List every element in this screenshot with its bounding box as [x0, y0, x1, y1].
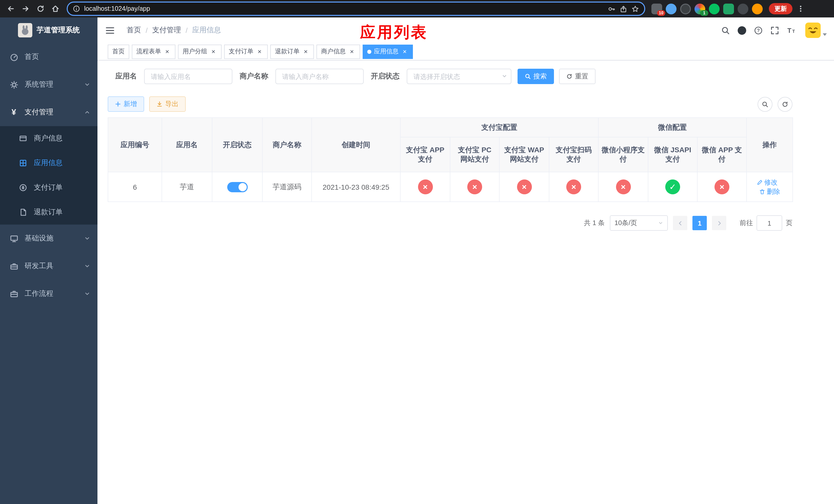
sidebar-item-refund-order[interactable]: 退款订单 — [0, 200, 97, 225]
page-size-select[interactable]: 10条/页 — [610, 215, 668, 231]
svg-text:T: T — [787, 27, 791, 34]
cell-merchant: 芋道源码 — [262, 172, 312, 202]
breadcrumb-current: 应用信息 — [192, 26, 221, 35]
prev-page-button[interactable] — [673, 216, 687, 230]
grid-icon — [19, 159, 28, 167]
extension-icon-avatar[interactable]: 1 — [695, 3, 705, 14]
hamburger-icon[interactable] — [97, 25, 123, 35]
sidebar-item-app-info[interactable]: 应用信息 — [0, 151, 97, 175]
close-icon[interactable]: × — [210, 48, 217, 55]
status-select-input[interactable] — [407, 69, 511, 84]
sidebar-item-system[interactable]: 系统管理 — [0, 71, 97, 98]
github-icon[interactable] — [737, 25, 747, 36]
tab-label: 商户信息 — [321, 47, 346, 56]
browser-forward-button[interactable] — [19, 2, 32, 16]
cell-created: 2021-10-23 08:49:25 — [312, 172, 400, 202]
sidebar-item-dev-tools[interactable]: 研发工具 — [0, 252, 97, 280]
app-table: 应用编号 应用名 开启状态 商户名称 创建时间 支付宝配置 微信配置 操作 支付… — [108, 117, 793, 202]
group-header-alipay: 支付宝配置 — [400, 118, 598, 137]
search-icon[interactable] — [720, 25, 730, 36]
breadcrumb-pay[interactable]: 支付管理 — [152, 26, 181, 35]
next-page-button[interactable] — [712, 216, 726, 230]
close-icon[interactable]: × — [348, 48, 355, 55]
sidebar-item-label: 退款订单 — [34, 208, 63, 217]
tab-pay-order[interactable]: 支付订单 × — [224, 44, 268, 59]
tab-app-info[interactable]: 应用信息 × — [363, 44, 413, 59]
goto-unit: 页 — [786, 219, 792, 228]
add-button[interactable]: 新增 — [108, 96, 144, 112]
search-button[interactable]: 搜索 — [518, 69, 554, 84]
browser-menu-icon[interactable] — [796, 5, 805, 13]
sidebar-item-label: 支付管理 — [25, 108, 53, 117]
address-bar[interactable]: localhost:1024/pay/app — [67, 2, 645, 16]
close-icon[interactable]: × — [302, 48, 309, 55]
password-key-icon[interactable] — [608, 5, 615, 13]
extension-badge: 10 — [657, 10, 665, 16]
fullscreen-icon[interactable] — [769, 25, 780, 36]
browser-update-button[interactable]: 更新 — [769, 3, 792, 14]
sidebar-logo[interactable]: 芋道管理系统 — [0, 18, 97, 43]
tab-merchant-info[interactable]: 商户信息 × — [316, 44, 360, 59]
delete-button[interactable]: 删除 — [759, 187, 780, 196]
sidebar-item-home[interactable]: 首页 — [0, 43, 97, 71]
font-size-icon[interactable]: TT — [786, 25, 796, 36]
tab-home[interactable]: 首页 — [108, 44, 129, 59]
breadcrumb-home[interactable]: 首页 — [127, 26, 141, 35]
close-icon[interactable]: × — [163, 48, 171, 55]
sidebar-item-pay[interactable]: ¥ 支付管理 — [0, 98, 97, 126]
extension-icon-dark[interactable] — [680, 3, 691, 14]
status-toggle[interactable] — [227, 182, 247, 192]
sidebar-item-infra[interactable]: 基础设施 — [0, 225, 97, 252]
browser-home-button[interactable] — [48, 2, 62, 16]
cell-alipay-app: × — [400, 172, 450, 202]
url-text[interactable]: localhost:1024/pay/app — [84, 5, 604, 12]
col-header-alipay-app: 支付宝 APP 支付 — [400, 137, 450, 172]
sidebar-item-workflow[interactable]: 工作流程 — [0, 280, 97, 307]
sidebar-item-pay-order[interactable]: 支付订单 — [0, 175, 97, 200]
sidebar-item-label: 系统管理 — [25, 80, 53, 89]
bookmark-star-icon[interactable] — [631, 5, 639, 13]
status-select[interactable] — [407, 69, 511, 84]
merchant-name-input[interactable] — [276, 69, 364, 84]
browser-back-button[interactable] — [4, 2, 18, 16]
tab-refund-order[interactable]: 退款订单 × — [270, 44, 314, 59]
close-icon[interactable]: × — [401, 48, 408, 55]
app-window: 芋道管理系统 首页 系统管理 ¥ 支付管理 — [0, 18, 834, 504]
avatar[interactable] — [805, 23, 821, 38]
close-icon[interactable]: × — [256, 48, 263, 55]
pagination: 共 1 条 10条/页 1 前往 — [108, 215, 792, 231]
page-1-button[interactable]: 1 — [693, 216, 707, 230]
extensions-puzzle-icon[interactable]: 10 — [652, 3, 662, 14]
extension-icon-wechat[interactable] — [709, 3, 720, 14]
extension-icon-notes[interactable] — [723, 3, 734, 14]
app-name-input[interactable] — [144, 69, 232, 84]
col-header-actions: 操作 — [747, 118, 793, 172]
site-info-icon[interactable] — [73, 5, 80, 12]
col-header-app-name: 应用名 — [162, 118, 212, 172]
sidebar-item-merchant-info[interactable]: 商户信息 — [0, 126, 97, 151]
extension-icon-pin[interactable] — [738, 3, 748, 14]
tab-user-group[interactable]: 用户分组 × — [178, 44, 222, 59]
tab-process-form[interactable]: 流程表单 × — [132, 44, 175, 59]
svg-text:?: ? — [756, 28, 760, 33]
disabled-status-icon: × — [418, 180, 433, 194]
disabled-status-icon: × — [566, 180, 581, 194]
goto-label: 前往 — [740, 219, 753, 228]
export-button[interactable]: 导出 — [149, 96, 186, 112]
extension-icon-drop[interactable] — [666, 3, 677, 14]
edit-button[interactable]: 修改 — [756, 178, 777, 187]
user-menu[interactable] — [805, 23, 827, 38]
reset-button[interactable]: 重置 — [559, 69, 595, 84]
goto-page-input[interactable] — [756, 215, 782, 231]
enabled-status-icon: ✓ — [665, 180, 680, 194]
browser-reload-button[interactable] — [33, 2, 47, 16]
toggle-search-button[interactable] — [758, 97, 772, 112]
share-icon[interactable] — [620, 5, 627, 13]
chevron-down-icon — [658, 221, 663, 226]
sidebar-item-label: 基础设施 — [25, 234, 53, 243]
help-icon[interactable]: ? — [753, 25, 763, 36]
goto-page: 前往 页 — [740, 215, 792, 231]
extension-icon-face[interactable] — [752, 3, 763, 14]
browser-toolbar: localhost:1024/pay/app 10 1 — [0, 0, 834, 18]
refresh-table-button[interactable] — [777, 97, 792, 112]
